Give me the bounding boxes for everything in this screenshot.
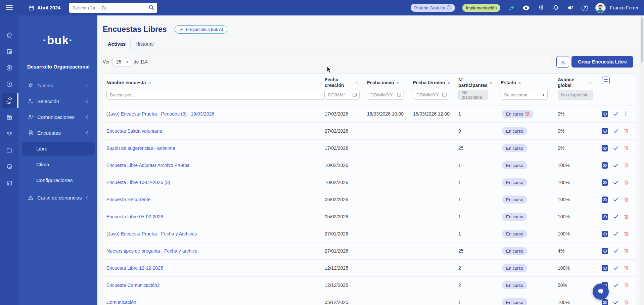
scrollbar-thumb[interactable] [641,18,643,62]
rail-clipboard-clock-icon[interactable] [0,43,18,59]
column-header-participantes[interactable]: N° participantes↑↓ [458,77,501,88]
preview-eye-icon-button[interactable] [601,213,608,220]
rail-home-icon[interactable] [0,27,18,43]
survey-name-link[interactable]: Buzón de sugerencias - anónima [106,145,175,151]
trash-icon-button[interactable] [623,128,629,134]
rail-gift-icon[interactable] [0,109,18,125]
calendar-icon[interactable] [442,92,447,98]
survey-name-link[interactable]: Encuesta Libre 10-02-2026 (3) [106,180,170,185]
rail-shield-icon[interactable] [0,158,18,175]
check-icon-button[interactable] [613,282,619,288]
check-icon-button[interactable] [613,128,619,134]
trash-icon-button[interactable] [623,197,629,203]
trash-icon-button[interactable] [623,162,629,168]
vertical-scrollbar[interactable] [640,15,644,305]
trash-icon-button[interactable] [623,231,629,237]
megaphone-icon[interactable] [567,4,574,11]
column-header-fecha-inicio[interactable]: Fecha inicio↑↓ [367,80,413,86]
sort-icon[interactable]: ↑↓ [397,80,399,86]
sidebar-subitem-libre[interactable]: Libre [18,141,97,157]
user-name[interactable]: Franco Ferrer [610,5,639,10]
preview-eye-icon-button[interactable] [601,230,608,237]
preview-eye-icon-button[interactable] [601,248,608,255]
check-icon-button[interactable] [613,248,619,254]
hamburger-menu-icon[interactable] [6,5,13,10]
page-size-select[interactable]: 25 ▾ [112,57,131,67]
check-icon-button[interactable] [613,214,619,220]
visibility-eye-icon[interactable] [522,4,530,11]
column-header-estado[interactable]: Estado↑↓ [501,80,558,86]
rail-store-icon[interactable] [0,175,18,191]
search-icon[interactable] [148,5,154,12]
sort-icon[interactable]: ↑↓ [519,80,521,86]
trash-icon-button[interactable] [623,214,629,220]
filter-name-input[interactable] [106,90,325,100]
survey-name-link[interactable]: Encuesta Recurrente [106,197,151,202]
survey-name-link[interactable]: (Javo) Encuesta Prueba - Fecha y Archivo… [106,231,197,236]
rail-graduation-cap-icon[interactable] [0,125,18,142]
check-icon-button[interactable] [613,179,619,185]
ask-buk-ai-button[interactable]: Pregúntale a Buk AI [175,25,227,34]
check-icon-button[interactable] [613,299,619,305]
gear-icon[interactable]: ⚙ [537,4,545,11]
help-icon[interactable]: ? [582,5,588,11]
preview-eye-icon-button[interactable] [601,128,608,135]
calendar-icon[interactable] [352,92,357,98]
tab-activas[interactable]: Activas [103,37,131,50]
preview-eye-icon-button[interactable] [601,299,608,305]
tab-historial[interactable]: Historial [131,37,158,50]
trial-badge[interactable]: Prueba Gratuita ⓘ [411,4,455,12]
filter-estado-select[interactable]: Seleccionar ▾ [501,90,548,100]
survey-name-link[interactable]: Encuesta Libre 12-12-2025 [106,265,163,271]
column-header-fecha-termino[interactable]: Fecha término↑↓ [413,80,458,86]
trash-icon-button[interactable] [623,179,629,185]
chat-button[interactable] [593,284,609,300]
sort-icon[interactable]: ↑↓ [356,80,358,86]
check-icon-button[interactable] [613,265,619,271]
check-icon-button[interactable] [613,197,619,203]
preview-eye-icon-button[interactable] [601,265,608,272]
preview-eye-icon-button[interactable] [601,145,608,152]
survey-name-link[interactable]: Comunicación [106,300,136,305]
sort-icon[interactable]: ↑↓ [589,80,591,86]
check-icon-button[interactable] [613,162,619,168]
preview-eye-icon-button[interactable] [601,162,608,169]
survey-name-link[interactable]: Encuesta Comunicación2 [106,282,160,288]
preview-eye-icon-button[interactable] [601,179,608,186]
trash-icon-button[interactable] [623,265,629,271]
trash-icon-button[interactable] [623,145,629,151]
column-header-avance[interactable]: Avance global↑↓ [558,77,601,88]
preview-eye-icon-button[interactable] [601,196,608,203]
sidebar-item-comunicaciones[interactable]: Comunicaciones [18,109,97,125]
period-selector[interactable]: Abril 2024 [28,5,60,11]
create-survey-button[interactable]: Crear Encuesta Libre [571,56,633,68]
bell-icon[interactable] [552,4,559,11]
sparkle-ai-icon[interactable] [508,4,515,11]
sidebar-item-canal-denuncias[interactable]: Canal de denuncias [18,190,97,206]
column-settings-button[interactable] [602,77,610,84]
check-icon-button[interactable] [613,231,619,237]
download-button[interactable] [556,56,569,68]
avatar[interactable] [595,3,606,13]
rail-clock-icon[interactable] [0,76,18,92]
calendar-icon[interactable] [397,92,402,98]
column-header-nombre[interactable]: Nombre encuesta↑↓ [106,80,325,86]
column-header-fecha-creacion[interactable]: Fecha creación↑↓ [325,77,367,88]
implementation-badge[interactable]: Implementación [462,4,501,12]
survey-name-link[interactable]: (Javo) Encuesta Prueba - Periodos (3) - … [106,111,214,117]
rail-hand-heart-icon[interactable] [0,92,18,109]
check-icon-button[interactable] [613,111,619,117]
check-icon-button[interactable] [613,145,619,151]
search-input[interactable] [69,3,157,13]
trash-icon-button[interactable] [623,282,629,288]
sidebar-item-talento[interactable]: Talento [18,78,97,93]
sort-icon[interactable]: ↑↓ [490,80,492,86]
sidebar-subitem-configuraciones[interactable]: Configuraciones [18,172,97,188]
trash-icon-button[interactable] [623,248,629,254]
survey-name-link[interactable]: Encuesta Libre 05-02-2026 [106,214,163,219]
survey-name-link[interactable]: Nuevos tipos de pregunta - Fecha y archi… [106,248,197,254]
sort-icon[interactable]: ↑↓ [448,80,450,86]
sort-icon[interactable]: ↑↓ [148,80,150,86]
preview-eye-icon-button[interactable] [601,111,608,118]
trash-icon-button[interactable] [623,299,629,305]
